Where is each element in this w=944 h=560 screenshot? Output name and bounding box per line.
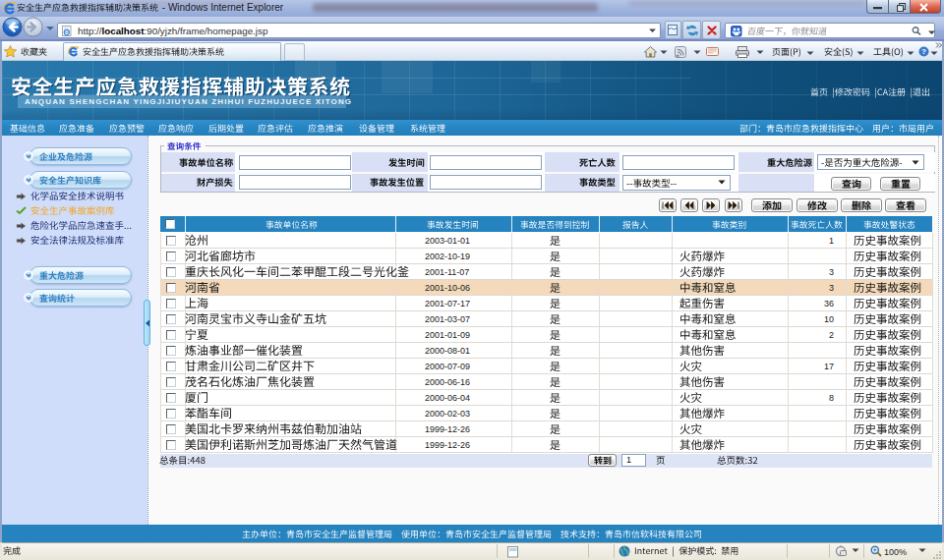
svg-text:?: ?	[921, 47, 926, 56]
